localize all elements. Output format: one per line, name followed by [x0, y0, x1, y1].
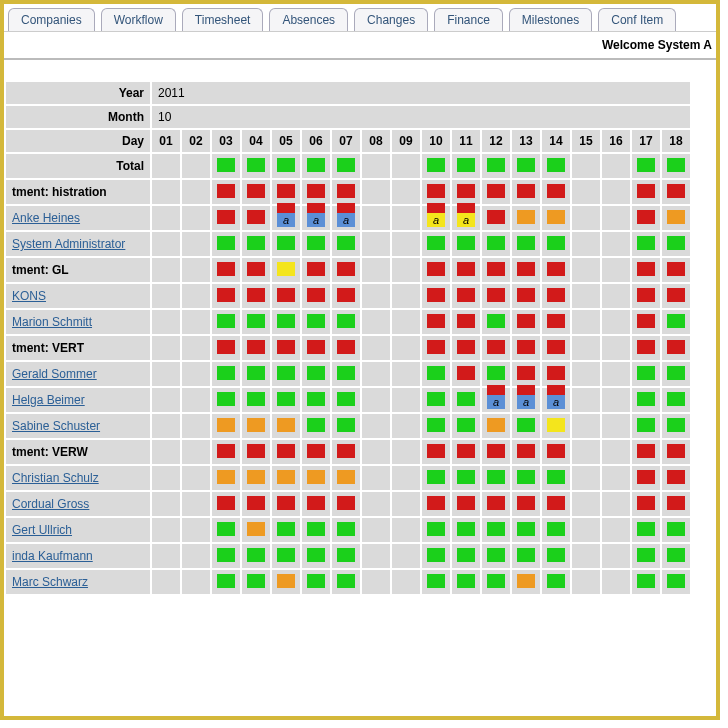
calendar-cell[interactable] [511, 283, 541, 309]
calendar-cell[interactable] [601, 491, 631, 517]
calendar-cell[interactable] [181, 491, 211, 517]
calendar-cell[interactable] [631, 179, 661, 205]
calendar-cell[interactable] [181, 439, 211, 465]
calendar-cell[interactable] [211, 413, 241, 439]
calendar-cell[interactable] [571, 283, 601, 309]
calendar-cell[interactable] [571, 231, 601, 257]
calendar-cell[interactable] [421, 283, 451, 309]
user-link[interactable]: Anke Heines [12, 211, 80, 225]
calendar-cell[interactable] [271, 335, 301, 361]
calendar-cell[interactable] [631, 387, 661, 413]
calendar-cell[interactable] [571, 543, 601, 569]
calendar-cell[interactable]: a [331, 205, 361, 231]
calendar-cell[interactable] [511, 309, 541, 335]
calendar-cell[interactable] [241, 231, 271, 257]
user-link[interactable]: Gerald Sommer [12, 367, 97, 381]
calendar-cell[interactable] [631, 413, 661, 439]
calendar-cell[interactable] [271, 491, 301, 517]
calendar-cell[interactable] [271, 361, 301, 387]
calendar-cell[interactable] [391, 179, 421, 205]
calendar-cell[interactable]: a [421, 205, 451, 231]
calendar-cell[interactable] [451, 231, 481, 257]
calendar-cell[interactable] [391, 387, 421, 413]
calendar-cell[interactable] [601, 231, 631, 257]
calendar-cell[interactable] [181, 465, 211, 491]
calendar-cell[interactable] [601, 439, 631, 465]
calendar-cell[interactable] [301, 283, 331, 309]
calendar-cell[interactable] [451, 335, 481, 361]
calendar-cell[interactable] [661, 361, 691, 387]
calendar-cell[interactable] [421, 387, 451, 413]
calendar-cell[interactable] [211, 361, 241, 387]
calendar-cell[interactable] [391, 283, 421, 309]
calendar-cell[interactable] [631, 309, 661, 335]
calendar-cell[interactable] [451, 361, 481, 387]
calendar-cell[interactable] [211, 257, 241, 283]
calendar-cell[interactable] [301, 153, 331, 179]
calendar-cell[interactable] [451, 543, 481, 569]
calendar-cell[interactable] [481, 205, 511, 231]
calendar-cell[interactable] [631, 543, 661, 569]
calendar-cell[interactable] [211, 283, 241, 309]
calendar-cell[interactable] [571, 309, 601, 335]
calendar-cell[interactable] [661, 543, 691, 569]
calendar-cell[interactable] [481, 283, 511, 309]
calendar-cell[interactable] [421, 569, 451, 595]
calendar-cell[interactable] [511, 335, 541, 361]
calendar-cell[interactable] [541, 543, 571, 569]
calendar-cell[interactable] [331, 257, 361, 283]
calendar-cell[interactable] [661, 439, 691, 465]
calendar-cell[interactable] [451, 153, 481, 179]
calendar-cell[interactable] [541, 309, 571, 335]
calendar-cell[interactable] [151, 257, 181, 283]
calendar-cell[interactable] [631, 569, 661, 595]
calendar-cell[interactable] [481, 517, 511, 543]
calendar-cell[interactable] [451, 387, 481, 413]
calendar-cell[interactable] [361, 231, 391, 257]
calendar-cell[interactable] [361, 257, 391, 283]
calendar-cell[interactable] [181, 205, 211, 231]
calendar-cell[interactable] [241, 283, 271, 309]
calendar-cell[interactable] [511, 413, 541, 439]
calendar-cell[interactable] [301, 335, 331, 361]
calendar-cell[interactable] [661, 387, 691, 413]
calendar-cell[interactable] [241, 179, 271, 205]
calendar-cell[interactable] [421, 439, 451, 465]
calendar-cell[interactable] [631, 439, 661, 465]
calendar-cell[interactable] [151, 569, 181, 595]
calendar-cell[interactable] [331, 361, 361, 387]
calendar-cell[interactable] [421, 543, 451, 569]
calendar-cell[interactable] [181, 387, 211, 413]
calendar-cell[interactable] [301, 543, 331, 569]
calendar-cell[interactable] [511, 465, 541, 491]
user-link[interactable]: inda Kaufmann [12, 549, 93, 563]
calendar-cell[interactable] [661, 413, 691, 439]
calendar-cell[interactable] [511, 179, 541, 205]
calendar-cell[interactable] [181, 231, 211, 257]
calendar-cell[interactable] [361, 361, 391, 387]
calendar-cell[interactable] [601, 413, 631, 439]
calendar-cell[interactable] [211, 517, 241, 543]
calendar-cell[interactable] [661, 283, 691, 309]
calendar-cell[interactable] [181, 517, 211, 543]
user-link[interactable]: Cordual Gross [12, 497, 89, 511]
calendar-cell[interactable] [421, 517, 451, 543]
calendar-cell[interactable] [331, 283, 361, 309]
calendar-cell[interactable] [571, 465, 601, 491]
calendar-cell[interactable] [151, 179, 181, 205]
calendar-cell[interactable] [631, 335, 661, 361]
calendar-cell[interactable] [601, 465, 631, 491]
calendar-cell[interactable] [271, 179, 301, 205]
calendar-cell[interactable] [481, 569, 511, 595]
calendar-cell[interactable] [151, 543, 181, 569]
calendar-cell[interactable] [211, 439, 241, 465]
calendar-cell[interactable] [421, 257, 451, 283]
calendar-cell[interactable] [661, 231, 691, 257]
calendar-cell[interactable] [331, 309, 361, 335]
calendar-cell[interactable] [541, 231, 571, 257]
calendar-cell[interactable] [571, 517, 601, 543]
calendar-cell[interactable] [451, 283, 481, 309]
calendar-cell[interactable] [571, 205, 601, 231]
calendar-cell[interactable] [331, 465, 361, 491]
user-link[interactable]: Christian Schulz [12, 471, 99, 485]
